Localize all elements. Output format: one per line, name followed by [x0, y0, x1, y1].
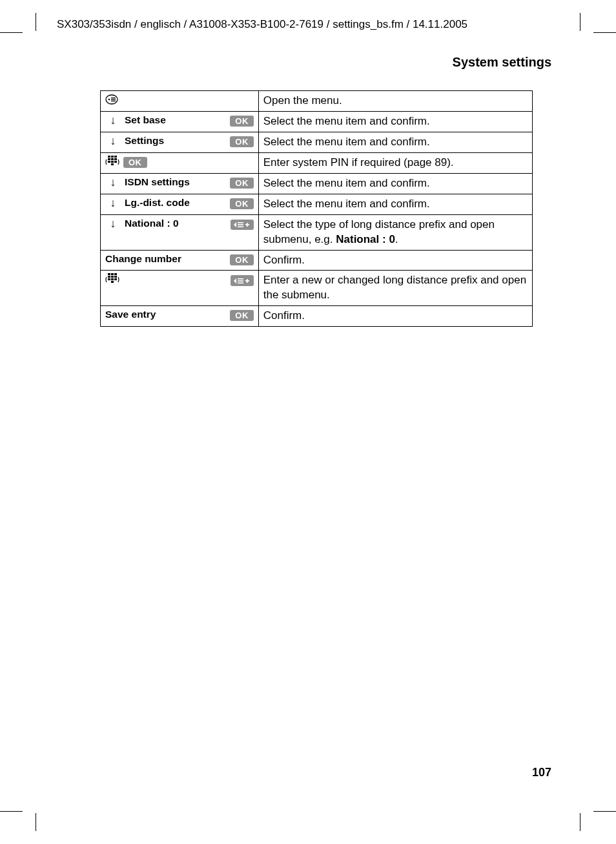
crop-mark	[36, 13, 36, 31]
crop-mark	[593, 32, 616, 33]
action-cell: ↓ISDN settingsOK	[101, 173, 259, 194]
svg-rect-8	[108, 158, 110, 160]
svg-rect-4	[111, 101, 116, 101]
action-label: Lg.-dist. code	[121, 197, 230, 209]
svg-rect-18	[238, 227, 243, 228]
table-row: ↓SettingsOKSelect the menu item and conf…	[101, 132, 533, 152]
procedure-table: Open the menu.↓Set baseOKSelect the menu…	[100, 90, 533, 327]
action-label: Save entry	[105, 309, 230, 320]
action-label: National : 0	[121, 218, 231, 229]
svg-rect-23	[114, 273, 117, 275]
svg-rect-13	[114, 161, 117, 163]
description-cell: Select the menu item and confirm.	[258, 111, 532, 132]
svg-rect-16	[238, 222, 243, 223]
svg-rect-34	[238, 282, 243, 283]
action-cell: Change numberOK	[101, 250, 259, 271]
action-label: ISDN settings	[121, 176, 230, 188]
description-cell: Open the menu.	[258, 91, 532, 112]
svg-marker-15	[234, 222, 236, 227]
action-cell: ↓Set baseOK	[101, 111, 259, 132]
svg-rect-12	[111, 161, 114, 163]
arrow-down-icon: ↓	[110, 196, 116, 209]
svg-rect-10	[114, 158, 117, 160]
ok-button: OK	[123, 157, 147, 168]
header-path: SX303/353isdn / englisch / A31008-X353-B…	[57, 18, 467, 31]
svg-rect-30	[111, 281, 114, 283]
action-cell	[101, 271, 259, 306]
svg-rect-28	[111, 278, 114, 280]
svg-rect-3	[111, 99, 116, 99]
description-cell: Select the menu item and confirm.	[258, 132, 532, 152]
crop-mark	[0, 811, 23, 812]
section-title: System settings	[453, 55, 551, 70]
action-cell: ↓National : 0	[101, 214, 259, 250]
ok-button: OK	[230, 136, 254, 147]
action-cell: Save entryOK	[101, 306, 259, 327]
svg-rect-27	[108, 278, 110, 280]
action-label: Change number	[105, 253, 230, 265]
svg-rect-36	[247, 279, 248, 283]
keypad-icon	[105, 273, 121, 286]
ok-button: OK	[230, 198, 254, 209]
ok-button: OK	[230, 178, 254, 189]
svg-rect-29	[114, 278, 117, 280]
description-cell: Enter system PIN if required (page 89).	[258, 152, 532, 173]
table-row: Save entryOKConfirm.	[101, 306, 533, 327]
svg-rect-14	[111, 163, 114, 165]
ok-button: OK	[230, 254, 254, 265]
svg-rect-22	[111, 273, 114, 275]
description-cell: Select the type of long distance prefix …	[258, 214, 532, 250]
action-cell	[101, 91, 259, 112]
svg-rect-11	[108, 161, 110, 163]
description-cell: Enter a new or changed long distance pre…	[258, 271, 532, 306]
arrow-down-icon: ↓	[110, 176, 116, 189]
crop-mark	[580, 13, 580, 31]
keypad-icon	[105, 156, 121, 169]
svg-rect-25	[111, 276, 114, 278]
table-row: Enter a new or changed long distance pre…	[101, 271, 533, 306]
description-cell: Confirm.	[258, 306, 532, 327]
crop-mark	[580, 813, 580, 831]
menu-key-icon	[105, 94, 121, 105]
action-label: Set base	[121, 114, 230, 126]
arrow-down-icon: ↓	[110, 114, 116, 127]
svg-rect-20	[247, 223, 248, 227]
svg-rect-26	[114, 276, 117, 278]
table-row: ↓National : 0Select the type of long dis…	[101, 214, 533, 250]
svg-rect-32	[238, 278, 243, 280]
submenu-button	[231, 275, 254, 286]
ok-button: OK	[230, 310, 254, 321]
svg-rect-17	[238, 224, 243, 225]
svg-rect-7	[114, 156, 117, 158]
table-row: Open the menu.	[101, 91, 533, 112]
submenu-button	[231, 220, 254, 231]
svg-point-1	[108, 99, 110, 101]
svg-marker-31	[234, 278, 236, 283]
action-cell: OK	[101, 152, 259, 173]
table-row: ↓ISDN settingsOKSelect the menu item and…	[101, 173, 533, 194]
arrow-down-icon: ↓	[110, 217, 116, 230]
table-row: ↓Set baseOKSelect the menu item and conf…	[101, 111, 533, 132]
arrow-down-icon: ↓	[110, 134, 116, 147]
description-cell: Select the menu item and confirm.	[258, 194, 532, 214]
table-row: OKEnter system PIN if required (page 89)…	[101, 152, 533, 173]
table-row: ↓Lg.-dist. codeOKSelect the menu item an…	[101, 194, 533, 214]
svg-rect-6	[111, 156, 114, 158]
description-cell: Select the menu item and confirm.	[258, 173, 532, 194]
svg-rect-9	[111, 158, 114, 160]
action-cell: ↓Lg.-dist. codeOK	[101, 194, 259, 214]
description-cell: Confirm.	[258, 250, 532, 271]
crop-mark	[0, 32, 23, 33]
crop-mark	[593, 811, 616, 812]
crop-mark	[36, 813, 36, 831]
page-number: 107	[532, 766, 551, 779]
table-row: Change numberOKConfirm.	[101, 250, 533, 271]
action-cell: ↓SettingsOK	[101, 132, 259, 152]
svg-rect-33	[238, 280, 243, 282]
svg-rect-24	[108, 276, 110, 278]
ok-button: OK	[230, 116, 254, 127]
svg-rect-21	[108, 273, 110, 275]
svg-rect-2	[111, 98, 116, 98]
action-label: Settings	[121, 135, 230, 147]
svg-rect-5	[108, 156, 110, 158]
